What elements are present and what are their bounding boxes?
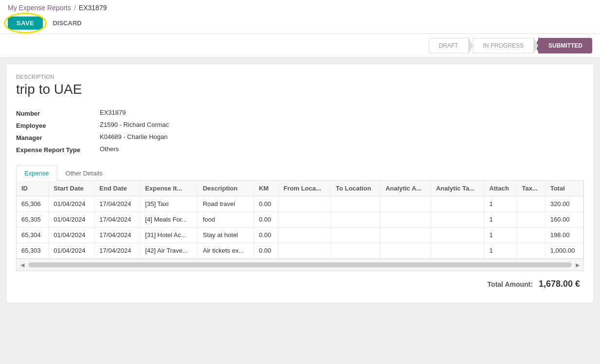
- col-total: Total: [545, 181, 583, 196]
- table-cell-0-5: 0.00: [254, 196, 278, 212]
- table-row[interactable]: 65,30501/04/202417/04/2024[4] Meals For.…: [17, 212, 583, 227]
- tab-other-details[interactable]: Other Details: [57, 165, 111, 181]
- table-cell-3-7: [330, 243, 380, 259]
- tab-expense[interactable]: Expense: [16, 165, 57, 181]
- table-cell-0-10: 1: [484, 196, 517, 212]
- table-cell-3-1: 01/04/2024: [49, 243, 94, 259]
- table-cell-2-7: [330, 227, 380, 243]
- table-cell-3-4: Air tickets ex...: [198, 243, 254, 259]
- status-submitted[interactable]: SUBMITTED: [538, 38, 592, 53]
- table-cell-1-3: [4] Meals For...: [140, 212, 198, 227]
- description-label: Description: [16, 74, 584, 80]
- table-cell-0-8: [381, 196, 431, 212]
- table-cell-3-11: [517, 243, 545, 259]
- table-cell-1-9: [431, 212, 484, 227]
- table-cell-2-8: [381, 227, 431, 243]
- table-cell-0-4: Road travel: [198, 196, 254, 212]
- form-fields: Number EX31879 Employee Z1590 - Richard …: [16, 109, 259, 154]
- table-cell-3-5: 0.00: [254, 243, 278, 259]
- status-bar-row: DRAFT IN PROGRESS SUBMITTED: [0, 34, 600, 58]
- table-cell-2-1: 01/04/2024: [49, 227, 94, 243]
- table-cell-1-0: 65,305: [17, 212, 49, 227]
- table-cell-2-11: [517, 227, 545, 243]
- table-cell-1-1: 01/04/2024: [49, 212, 94, 227]
- status-draft[interactable]: DRAFT: [429, 38, 468, 53]
- table-cell-2-10: 1: [484, 227, 517, 243]
- number-value: EX31879: [100, 109, 259, 117]
- table-scrollbar[interactable]: ◀ ▶: [16, 259, 584, 271]
- breadcrumb-parent[interactable]: My Expense Reports: [8, 4, 71, 12]
- total-label: Total Amount:: [488, 280, 533, 288]
- save-button[interactable]: SAVE: [8, 17, 43, 30]
- col-end-date: End Date: [94, 181, 140, 196]
- col-start-date: Start Date: [49, 181, 94, 196]
- manager-label: Manager: [16, 133, 94, 141]
- status-bar: DRAFT IN PROGRESS SUBMITTED: [429, 37, 592, 54]
- table-cell-3-10: 1: [484, 243, 517, 259]
- col-description: Description: [198, 181, 254, 196]
- table-cell-3-3: [42] Air Trave...: [140, 243, 198, 259]
- table-cell-0-12: 320.00: [545, 196, 583, 212]
- table-cell-2-2: 17/04/2024: [94, 227, 140, 243]
- status-arrow-2: [533, 37, 538, 54]
- breadcrumb: My Expense Reports / EX31879: [8, 4, 107, 12]
- table-cell-1-10: 1: [484, 212, 517, 227]
- total-row: Total Amount: 1,678.00 €: [16, 271, 584, 293]
- table-cell-0-2: 17/04/2024: [94, 196, 140, 212]
- col-to-location: To Location: [330, 181, 380, 196]
- table-cell-1-5: 0.00: [254, 212, 278, 227]
- table-cell-0-7: [330, 196, 380, 212]
- top-bar: My Expense Reports / EX31879 SAVE DISCAR…: [0, 0, 600, 34]
- table-cell-3-9: [431, 243, 484, 259]
- table-cell-3-12: 1,000.00: [545, 243, 583, 259]
- status-in-progress[interactable]: IN PROGRESS: [473, 38, 533, 53]
- scroll-right-arrow[interactable]: ▶: [574, 261, 582, 269]
- table-cell-1-2: 17/04/2024: [94, 212, 140, 227]
- table-cell-2-6: [278, 227, 330, 243]
- table-cell-2-9: [431, 227, 484, 243]
- table-header-row: ID Start Date End Date Expense It... Des…: [17, 181, 583, 196]
- discard-button[interactable]: DISCARD: [47, 17, 87, 30]
- col-expense-item: Expense It...: [140, 181, 198, 196]
- col-from-location: From Loca...: [278, 181, 330, 196]
- table-row[interactable]: 65,30601/04/202417/04/2024[35] TaxiRoad …: [17, 196, 583, 212]
- expense-table-wrapper: ID Start Date End Date Expense It... Des…: [16, 181, 584, 259]
- col-km: KM: [254, 181, 278, 196]
- status-arrow-1: [468, 37, 473, 54]
- number-label: Number: [16, 109, 94, 117]
- tabs: Expense Other Details: [16, 165, 584, 181]
- table-cell-2-5: 0.00: [254, 227, 278, 243]
- table-cell-1-11: [517, 212, 545, 227]
- table-cell-0-3: [35] Taxi: [140, 196, 198, 212]
- table-cell-3-8: [381, 243, 431, 259]
- col-analytic-a: Analytic A...: [381, 181, 431, 196]
- scroll-left-arrow[interactable]: ◀: [18, 261, 26, 269]
- table-cell-2-4: Stay at hotel: [198, 227, 254, 243]
- breadcrumb-separator: /: [74, 4, 76, 12]
- table-cell-2-12: 198.00: [545, 227, 583, 243]
- table-cell-1-4: food: [198, 212, 254, 227]
- breadcrumb-current: EX31879: [79, 4, 107, 12]
- table-row[interactable]: 65,30301/04/202417/04/2024[42] Air Trave…: [17, 243, 583, 259]
- col-id: ID: [17, 181, 49, 196]
- table-cell-3-0: 65,303: [17, 243, 49, 259]
- table-cell-0-6: [278, 196, 330, 212]
- table-cell-2-3: [31] Hotel Ac...: [140, 227, 198, 243]
- table-cell-1-8: [381, 212, 431, 227]
- expense-table: ID Start Date End Date Expense It... Des…: [17, 181, 583, 259]
- table-row[interactable]: 65,30401/04/202417/04/2024[31] Hotel Ac.…: [17, 227, 583, 243]
- table-cell-3-2: 17/04/2024: [94, 243, 140, 259]
- table-cell-1-12: 160.00: [545, 212, 583, 227]
- expense-report-type-label: Expense Report Type: [16, 145, 94, 154]
- table-cell-1-6: [278, 212, 330, 227]
- main-content: Description trip to UAE Number EX31879 E…: [6, 64, 594, 303]
- table-cell-3-6: [278, 243, 330, 259]
- action-buttons: SAVE DISCARD: [8, 17, 107, 30]
- table-cell-1-7: [330, 212, 380, 227]
- col-analytic-ta: Analytic Ta...: [431, 181, 484, 196]
- expense-report-type-value: Others: [100, 145, 259, 154]
- table-cell-2-0: 65,304: [17, 227, 49, 243]
- scroll-track[interactable]: [28, 262, 572, 267]
- col-attach: Attach: [484, 181, 517, 196]
- col-tax: Tax...: [517, 181, 545, 196]
